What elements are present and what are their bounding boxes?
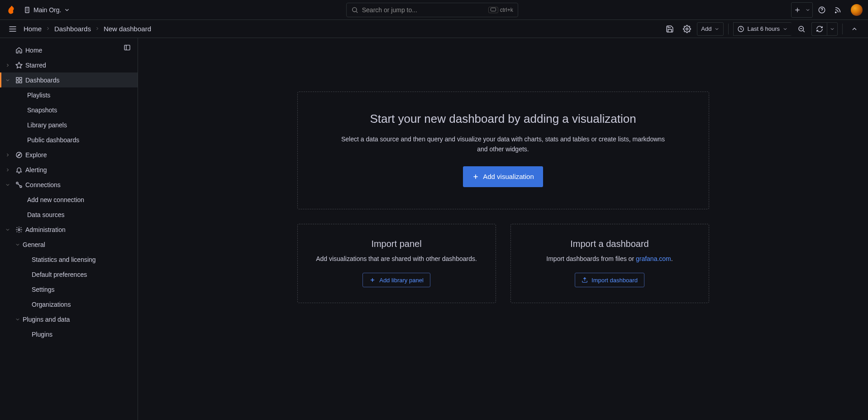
org-name: Main Org.: [33, 6, 61, 14]
sidebar-item-public-dashboards[interactable]: Public dashboards: [0, 132, 138, 147]
sidebar-item-library-panels[interactable]: Library panels: [0, 117, 138, 132]
top-header: Main Org. ctrl+k: [0, 0, 868, 20]
import-dashboard-card: Import a dashboard Import dashboards fro…: [510, 224, 709, 303]
add-visualization-button[interactable]: Add visualization: [463, 166, 543, 187]
svg-rect-10: [16, 77, 19, 80]
chevron-right-icon: [3, 152, 13, 158]
sidebar-item-add-connection[interactable]: Add new connection: [0, 192, 138, 207]
new-menu[interactable]: [791, 2, 813, 18]
chevron-down-icon[interactable]: [803, 3, 812, 17]
chevron-down-icon: [714, 26, 720, 32]
sidebar: Home Starred Dashboards Playlists Snapsh…: [0, 38, 138, 420]
plus-icon: [472, 173, 479, 180]
add-panel-button[interactable]: Add: [697, 22, 724, 36]
user-avatar[interactable]: [851, 4, 863, 16]
breadcrumb-dashboards[interactable]: Dashboards: [54, 25, 91, 33]
grafana-logo-icon[interactable]: [6, 5, 17, 15]
grafana-com-link[interactable]: grafana.com: [636, 255, 671, 262]
sidebar-item-dashboards[interactable]: Dashboards: [0, 72, 138, 87]
compass-icon: [13, 151, 25, 159]
refresh-interval-picker[interactable]: [827, 22, 838, 36]
svg-rect-11: [19, 77, 22, 80]
sidebar-item-organizations[interactable]: Organizations: [0, 297, 138, 312]
import-panel-title: Import panel: [311, 239, 482, 249]
sidebar-item-snapshots[interactable]: Snapshots: [0, 102, 138, 117]
chevron-down-icon: [3, 182, 13, 188]
add-library-panel-button[interactable]: Add library panel: [362, 273, 430, 287]
sidebar-item-plugins-data[interactable]: Plugins and data: [0, 312, 138, 327]
sidebar-item-home[interactable]: Home: [0, 43, 138, 58]
sidebar-item-administration[interactable]: Administration: [0, 222, 138, 237]
chevron-down-icon: [782, 26, 788, 32]
time-range-picker[interactable]: Last 6 hours: [733, 22, 792, 36]
global-search[interactable]: ctrl+k: [346, 3, 518, 17]
svg-rect-13: [19, 81, 22, 83]
plus-icon[interactable]: [792, 3, 803, 17]
svg-point-15: [16, 182, 18, 184]
sidebar-item-starred[interactable]: Starred: [0, 58, 138, 72]
sidebar-item-playlists[interactable]: Playlists: [0, 87, 138, 102]
sidebar-item-settings[interactable]: Settings: [0, 282, 138, 297]
dashboards-icon: [13, 77, 25, 84]
chevron-down-icon: [3, 77, 13, 83]
import-dashboard-title: Import a dashboard: [525, 239, 695, 249]
help-button[interactable]: [815, 3, 829, 17]
sidebar-item-plugins[interactable]: Plugins: [0, 327, 138, 342]
chevron-down-icon: [13, 317, 23, 322]
sidebar-item-alerting[interactable]: Alerting: [0, 162, 138, 177]
plug-icon: [13, 181, 25, 188]
breadcrumb-current: New dashboard: [104, 25, 151, 33]
sidebar-item-default-prefs[interactable]: Default preferences: [0, 267, 138, 282]
time-range-group: Last 6 hours: [733, 22, 792, 36]
secondary-cards: Import panel Add visualizations that are…: [297, 224, 709, 303]
chevron-down-icon: [3, 227, 13, 232]
sidebar-item-statistics[interactable]: Statistics and licensing: [0, 252, 138, 267]
home-icon: [13, 47, 25, 54]
dashboard-settings-button[interactable]: [680, 22, 694, 36]
chevron-down-icon: [13, 242, 23, 247]
chevron-down-icon: [64, 7, 70, 13]
plus-icon: [369, 277, 376, 283]
svg-point-16: [20, 186, 22, 188]
bell-icon: [13, 166, 25, 174]
org-selector[interactable]: Main Org.: [21, 5, 73, 15]
svg-rect-3: [491, 8, 496, 11]
import-dashboard-desc: Import dashboards from files or grafana.…: [525, 254, 695, 264]
search-input[interactable]: [362, 6, 488, 14]
header-right: [791, 2, 864, 18]
sub-header: Home Dashboards New dashboard Add: [0, 20, 868, 38]
import-dashboard-button[interactable]: Import dashboard: [575, 273, 644, 287]
chevron-right-icon: [45, 25, 51, 33]
toolbar-divider: [728, 24, 729, 34]
chevron-right-icon: [3, 63, 13, 68]
svg-rect-1: [25, 7, 29, 13]
sidebar-item-explore[interactable]: Explore: [0, 147, 138, 162]
svg-rect-12: [16, 81, 19, 83]
sidebar-item-data-sources[interactable]: Data sources: [0, 207, 138, 222]
import-panel-card: Import panel Add visualizations that are…: [297, 224, 496, 303]
toolbar-divider: [842, 24, 843, 34]
chevron-right-icon: [95, 25, 100, 33]
collapse-row-button[interactable]: [847, 22, 862, 36]
start-description: Select a data source and then query and …: [340, 134, 666, 154]
import-panel-desc: Add visualizations that are shared with …: [311, 254, 482, 264]
star-icon: [13, 62, 25, 69]
svg-point-2: [352, 7, 356, 11]
refresh-button[interactable]: [811, 22, 827, 36]
dock-sidebar-button[interactable]: [121, 42, 133, 53]
start-visualization-card: Start your new dashboard by adding a vis…: [297, 92, 709, 209]
gear-icon: [13, 226, 25, 233]
start-title: Start your new dashboard by adding a vis…: [316, 112, 691, 126]
sidebar-item-general[interactable]: General: [0, 237, 138, 252]
zoom-out-button[interactable]: [794, 22, 809, 36]
svg-point-6: [686, 28, 688, 30]
sidebar-item-connections[interactable]: Connections: [0, 177, 138, 192]
search-icon: [351, 6, 358, 14]
news-button[interactable]: [831, 3, 845, 17]
svg-rect-9: [124, 45, 130, 50]
breadcrumb-home[interactable]: Home: [24, 25, 42, 33]
menu-toggle[interactable]: [6, 23, 19, 35]
save-dashboard-button[interactable]: [663, 22, 677, 36]
chevron-right-icon: [3, 167, 13, 173]
breadcrumb: Home Dashboards New dashboard: [24, 25, 151, 33]
